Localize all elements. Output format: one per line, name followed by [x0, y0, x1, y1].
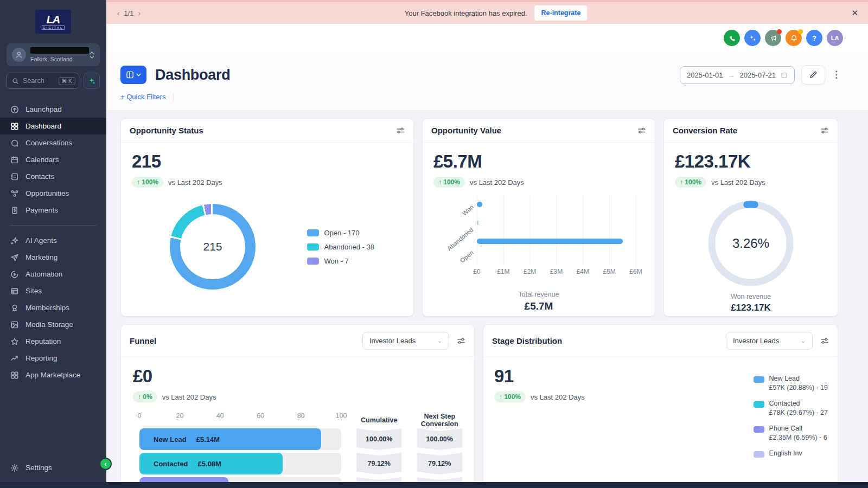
phone-icon: [728, 34, 736, 42]
tune-icon[interactable]: [820, 337, 829, 345]
select-value: Investor Leads: [369, 337, 416, 345]
sidebar-collapse-button[interactable]: ‹: [99, 458, 112, 470]
card-title: Opportunity Value: [431, 126, 501, 135]
sidebar-item-label: Memberships: [25, 304, 69, 312]
ai-quick-action-button[interactable]: [84, 73, 100, 89]
sidebar-item-launchpad[interactable]: Launchpad: [0, 101, 106, 118]
opportunities-icon: [10, 189, 19, 198]
sidebar-item-reputation[interactable]: Reputation: [0, 333, 106, 350]
brand-logo: LA DIGITAL: [0, 0, 106, 41]
sidebar-item-memberships[interactable]: Memberships: [0, 299, 106, 316]
sidebar-item-payments[interactable]: Payments: [0, 202, 106, 219]
legend-swatch: [754, 376, 764, 383]
metric-value: £0: [133, 366, 462, 387]
tune-icon[interactable]: [820, 126, 829, 135]
calendar-icon: [781, 72, 788, 79]
memberships-icon: [10, 304, 19, 312]
metric-value: £5.7M: [433, 151, 644, 172]
sidebar-nav: Launchpad Dashboard Conversations Calend…: [0, 101, 106, 383]
search-placeholder: Search: [23, 77, 55, 85]
sidebar: LA DIGITAL Falkirk, Scotland Search ⌘ K: [0, 0, 106, 488]
more-options-icon[interactable]: ⋮: [832, 72, 841, 78]
announcement-button[interactable]: [765, 30, 781, 46]
ai-sparkle-button[interactable]: [744, 30, 761, 46]
page-title: Dashboard: [155, 67, 230, 84]
legend-item: Contacted£78K (29.67%) - 27: [754, 400, 828, 416]
value-bar-chart: Won Abandoned Open £0£1M£2M£3M£4M£5M£6M: [477, 195, 636, 278]
la-digital-logo: LA DIGITAL: [35, 10, 71, 34]
chat-icon: [10, 139, 19, 147]
account-switcher[interactable]: Falkirk, Scotland: [7, 43, 100, 66]
bar-category-label: Open: [459, 249, 475, 264]
contacts-icon: [10, 172, 19, 181]
stage-select[interactable]: Investor Leads ⌄: [726, 332, 813, 350]
metric-value: 215: [132, 151, 403, 172]
sidebar-item-label: Settings: [25, 464, 52, 472]
funnel-bar: New Lead£5.14M: [139, 428, 321, 450]
sidebar-item-label: AI Agents: [25, 236, 57, 245]
next-step-cell: 79.12%: [417, 453, 462, 474]
shortcut-badge: ⌘ K: [59, 77, 75, 85]
dashboard-switcher-button[interactable]: [120, 66, 146, 84]
sidebar-item-label: Conversations: [25, 139, 72, 147]
legend-item: Abandoned - 38: [307, 243, 374, 251]
dashboard-icon: [10, 122, 19, 131]
tune-icon[interactable]: [457, 337, 465, 345]
quick-filters-link[interactable]: + Quick Filters: [120, 93, 174, 101]
sidebar-item-label: Automation: [25, 270, 62, 278]
phone-button[interactable]: [724, 30, 740, 46]
bar-abandoned: [477, 221, 478, 225]
funnel-axis: 020406080100: [139, 412, 341, 428]
date-range-picker[interactable]: 2025-01-01 → 2025-07-21: [680, 66, 795, 84]
sidebar-item-settings[interactable]: Settings: [0, 459, 106, 476]
delta-note: vs Last 202 Days: [531, 393, 585, 401]
legend-item: New Lead£57K (20.88%) - 19: [754, 375, 828, 391]
legend-swatch: [754, 426, 764, 433]
sidebar-item-dashboard[interactable]: Dashboard: [0, 118, 106, 134]
sidebar-item-label: Reputation: [25, 337, 61, 345]
pager-prev-icon[interactable]: ‹: [117, 9, 119, 17]
chevron-down-icon: ⌄: [801, 337, 806, 344]
sidebar-item-label: Dashboard: [25, 122, 61, 130]
marketing-icon: [10, 253, 19, 262]
opportunity-value-card: Opportunity Value £5.7M ↑ 100% vs Last 2…: [422, 118, 655, 317]
sidebar-item-sites[interactable]: Sites: [0, 282, 106, 299]
search-input[interactable]: Search ⌘ K: [7, 73, 79, 89]
sparkle-icon: [88, 77, 95, 85]
funnel-bar: Contacted£5.08M: [139, 453, 283, 474]
sparkles-icon: [749, 34, 757, 42]
sidebar-item-reporting[interactable]: Reporting: [0, 350, 106, 367]
delta-badge: ↑ 100%: [433, 177, 465, 188]
stage-distribution-card: Stage Distribution Investor Leads ⌄ 91 ↑…: [483, 324, 838, 488]
top-icon-bar: ? LA: [106, 24, 868, 52]
sidebar-item-label: Contacts: [25, 172, 54, 181]
tune-icon[interactable]: [396, 126, 405, 135]
media-storage-icon: [10, 320, 19, 329]
notifications-button[interactable]: [786, 30, 802, 46]
edit-dashboard-button[interactable]: [801, 65, 825, 85]
reintegrate-button[interactable]: Re-integrate: [534, 5, 587, 21]
legend-item: Won - 7: [307, 257, 374, 265]
sidebar-item-media-storage[interactable]: Media Storage: [0, 316, 106, 333]
sidebar-item-marketing[interactable]: Marketing: [0, 249, 106, 266]
sidebar-item-app-marketplace[interactable]: App Marketplace: [0, 367, 106, 383]
banner-close-icon[interactable]: ✕: [851, 8, 858, 18]
sidebar-item-ai-agents[interactable]: AI Agents: [0, 232, 106, 249]
user-avatar[interactable]: LA: [827, 30, 843, 46]
sidebar-item-contacts[interactable]: Contacts: [0, 168, 106, 185]
conversion-rate-card: Conversion Rate £123.17K ↑ 100% vs Last …: [663, 118, 838, 317]
help-button[interactable]: ?: [806, 30, 822, 46]
conversion-gauge-chart: 3.26%: [705, 197, 797, 290]
legend-item: Open - 170: [307, 229, 374, 237]
account-avatar: [12, 48, 26, 62]
sidebar-item-opportunities[interactable]: Opportunities: [0, 185, 106, 202]
delta-note: vs Last 202 Days: [711, 178, 765, 187]
footer-value: £123.17K: [675, 303, 827, 313]
funnel-select[interactable]: Investor Leads ⌄: [362, 332, 449, 350]
sidebar-item-conversations[interactable]: Conversations: [0, 134, 106, 151]
sidebar-item-automation[interactable]: Automation: [0, 266, 106, 282]
bar-category-label: Abandoned: [446, 226, 475, 252]
sidebar-item-label: Launchpad: [25, 105, 62, 113]
sidebar-item-calendars[interactable]: Calendars: [0, 151, 106, 168]
tune-icon[interactable]: [637, 126, 646, 135]
